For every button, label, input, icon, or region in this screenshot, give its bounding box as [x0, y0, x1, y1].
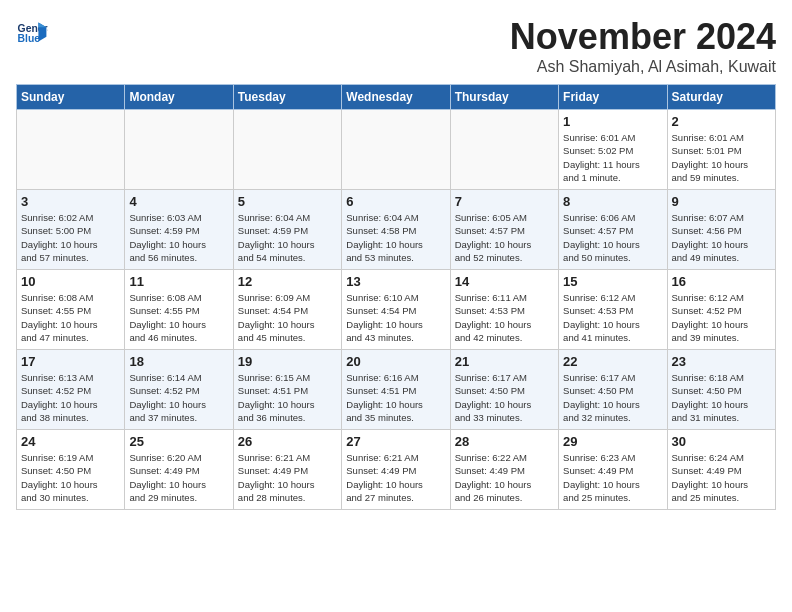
- day-info: Sunrise: 6:02 AM Sunset: 5:00 PM Dayligh…: [21, 211, 120, 264]
- calendar-cell: [342, 110, 450, 190]
- day-info: Sunrise: 6:10 AM Sunset: 4:54 PM Dayligh…: [346, 291, 445, 344]
- day-number: 30: [672, 434, 771, 449]
- day-info: Sunrise: 6:20 AM Sunset: 4:49 PM Dayligh…: [129, 451, 228, 504]
- weekday-header: Tuesday: [233, 85, 341, 110]
- logo-icon: General Blue: [16, 16, 48, 48]
- day-number: 3: [21, 194, 120, 209]
- day-info: Sunrise: 6:04 AM Sunset: 4:58 PM Dayligh…: [346, 211, 445, 264]
- day-info: Sunrise: 6:01 AM Sunset: 5:02 PM Dayligh…: [563, 131, 662, 184]
- calendar-table: SundayMondayTuesdayWednesdayThursdayFrid…: [16, 84, 776, 510]
- weekday-header: Wednesday: [342, 85, 450, 110]
- calendar-cell: [450, 110, 558, 190]
- day-info: Sunrise: 6:04 AM Sunset: 4:59 PM Dayligh…: [238, 211, 337, 264]
- day-number: 24: [21, 434, 120, 449]
- day-number: 14: [455, 274, 554, 289]
- day-info: Sunrise: 6:13 AM Sunset: 4:52 PM Dayligh…: [21, 371, 120, 424]
- day-number: 29: [563, 434, 662, 449]
- calendar-week-row: 3Sunrise: 6:02 AM Sunset: 5:00 PM Daylig…: [17, 190, 776, 270]
- day-number: 19: [238, 354, 337, 369]
- calendar-cell: 28Sunrise: 6:22 AM Sunset: 4:49 PM Dayli…: [450, 430, 558, 510]
- calendar-cell: [125, 110, 233, 190]
- day-info: Sunrise: 6:08 AM Sunset: 4:55 PM Dayligh…: [21, 291, 120, 344]
- day-number: 23: [672, 354, 771, 369]
- calendar-cell: 18Sunrise: 6:14 AM Sunset: 4:52 PM Dayli…: [125, 350, 233, 430]
- calendar-cell: 20Sunrise: 6:16 AM Sunset: 4:51 PM Dayli…: [342, 350, 450, 430]
- calendar-cell: 4Sunrise: 6:03 AM Sunset: 4:59 PM Daylig…: [125, 190, 233, 270]
- day-number: 28: [455, 434, 554, 449]
- calendar-cell: 22Sunrise: 6:17 AM Sunset: 4:50 PM Dayli…: [559, 350, 667, 430]
- day-info: Sunrise: 6:17 AM Sunset: 4:50 PM Dayligh…: [455, 371, 554, 424]
- day-number: 2: [672, 114, 771, 129]
- day-info: Sunrise: 6:15 AM Sunset: 4:51 PM Dayligh…: [238, 371, 337, 424]
- day-number: 21: [455, 354, 554, 369]
- day-info: Sunrise: 6:19 AM Sunset: 4:50 PM Dayligh…: [21, 451, 120, 504]
- calendar-week-row: 17Sunrise: 6:13 AM Sunset: 4:52 PM Dayli…: [17, 350, 776, 430]
- day-number: 10: [21, 274, 120, 289]
- calendar-cell: 14Sunrise: 6:11 AM Sunset: 4:53 PM Dayli…: [450, 270, 558, 350]
- day-number: 17: [21, 354, 120, 369]
- day-number: 18: [129, 354, 228, 369]
- calendar-cell: 1Sunrise: 6:01 AM Sunset: 5:02 PM Daylig…: [559, 110, 667, 190]
- calendar-cell: 2Sunrise: 6:01 AM Sunset: 5:01 PM Daylig…: [667, 110, 775, 190]
- day-info: Sunrise: 6:06 AM Sunset: 4:57 PM Dayligh…: [563, 211, 662, 264]
- day-info: Sunrise: 6:12 AM Sunset: 4:52 PM Dayligh…: [672, 291, 771, 344]
- day-number: 5: [238, 194, 337, 209]
- calendar-week-row: 1Sunrise: 6:01 AM Sunset: 5:02 PM Daylig…: [17, 110, 776, 190]
- calendar-cell: 3Sunrise: 6:02 AM Sunset: 5:00 PM Daylig…: [17, 190, 125, 270]
- day-info: Sunrise: 6:21 AM Sunset: 4:49 PM Dayligh…: [238, 451, 337, 504]
- day-info: Sunrise: 6:05 AM Sunset: 4:57 PM Dayligh…: [455, 211, 554, 264]
- page-header: General Blue November 2024 Ash Shamiyah,…: [16, 16, 776, 76]
- day-number: 11: [129, 274, 228, 289]
- calendar-cell: 8Sunrise: 6:06 AM Sunset: 4:57 PM Daylig…: [559, 190, 667, 270]
- day-number: 15: [563, 274, 662, 289]
- day-info: Sunrise: 6:03 AM Sunset: 4:59 PM Dayligh…: [129, 211, 228, 264]
- calendar-cell: 16Sunrise: 6:12 AM Sunset: 4:52 PM Dayli…: [667, 270, 775, 350]
- calendar-header-row: SundayMondayTuesdayWednesdayThursdayFrid…: [17, 85, 776, 110]
- weekday-header: Friday: [559, 85, 667, 110]
- day-number: 25: [129, 434, 228, 449]
- calendar-cell: 10Sunrise: 6:08 AM Sunset: 4:55 PM Dayli…: [17, 270, 125, 350]
- calendar-cell: 21Sunrise: 6:17 AM Sunset: 4:50 PM Dayli…: [450, 350, 558, 430]
- day-number: 20: [346, 354, 445, 369]
- day-info: Sunrise: 6:09 AM Sunset: 4:54 PM Dayligh…: [238, 291, 337, 344]
- calendar-cell: 13Sunrise: 6:10 AM Sunset: 4:54 PM Dayli…: [342, 270, 450, 350]
- day-info: Sunrise: 6:14 AM Sunset: 4:52 PM Dayligh…: [129, 371, 228, 424]
- calendar-cell: 27Sunrise: 6:21 AM Sunset: 4:49 PM Dayli…: [342, 430, 450, 510]
- calendar-cell: 29Sunrise: 6:23 AM Sunset: 4:49 PM Dayli…: [559, 430, 667, 510]
- day-info: Sunrise: 6:01 AM Sunset: 5:01 PM Dayligh…: [672, 131, 771, 184]
- svg-text:Blue: Blue: [18, 33, 41, 44]
- calendar-cell: 15Sunrise: 6:12 AM Sunset: 4:53 PM Dayli…: [559, 270, 667, 350]
- day-number: 6: [346, 194, 445, 209]
- weekday-header: Thursday: [450, 85, 558, 110]
- calendar-cell: 19Sunrise: 6:15 AM Sunset: 4:51 PM Dayli…: [233, 350, 341, 430]
- calendar-cell: [17, 110, 125, 190]
- day-info: Sunrise: 6:08 AM Sunset: 4:55 PM Dayligh…: [129, 291, 228, 344]
- calendar-cell: 25Sunrise: 6:20 AM Sunset: 4:49 PM Dayli…: [125, 430, 233, 510]
- day-info: Sunrise: 6:18 AM Sunset: 4:50 PM Dayligh…: [672, 371, 771, 424]
- weekday-header: Monday: [125, 85, 233, 110]
- day-number: 8: [563, 194, 662, 209]
- calendar-week-row: 24Sunrise: 6:19 AM Sunset: 4:50 PM Dayli…: [17, 430, 776, 510]
- day-number: 27: [346, 434, 445, 449]
- calendar-cell: 11Sunrise: 6:08 AM Sunset: 4:55 PM Dayli…: [125, 270, 233, 350]
- day-number: 1: [563, 114, 662, 129]
- weekday-header: Sunday: [17, 85, 125, 110]
- day-info: Sunrise: 6:17 AM Sunset: 4:50 PM Dayligh…: [563, 371, 662, 424]
- calendar-cell: 30Sunrise: 6:24 AM Sunset: 4:49 PM Dayli…: [667, 430, 775, 510]
- calendar-cell: 26Sunrise: 6:21 AM Sunset: 4:49 PM Dayli…: [233, 430, 341, 510]
- day-number: 16: [672, 274, 771, 289]
- day-number: 12: [238, 274, 337, 289]
- calendar-cell: 9Sunrise: 6:07 AM Sunset: 4:56 PM Daylig…: [667, 190, 775, 270]
- day-number: 4: [129, 194, 228, 209]
- location-title: Ash Shamiyah, Al Asimah, Kuwait: [510, 58, 776, 76]
- day-info: Sunrise: 6:16 AM Sunset: 4:51 PM Dayligh…: [346, 371, 445, 424]
- day-info: Sunrise: 6:22 AM Sunset: 4:49 PM Dayligh…: [455, 451, 554, 504]
- day-number: 7: [455, 194, 554, 209]
- calendar-cell: [233, 110, 341, 190]
- calendar-cell: 23Sunrise: 6:18 AM Sunset: 4:50 PM Dayli…: [667, 350, 775, 430]
- calendar-week-row: 10Sunrise: 6:08 AM Sunset: 4:55 PM Dayli…: [17, 270, 776, 350]
- day-info: Sunrise: 6:07 AM Sunset: 4:56 PM Dayligh…: [672, 211, 771, 264]
- calendar-cell: 12Sunrise: 6:09 AM Sunset: 4:54 PM Dayli…: [233, 270, 341, 350]
- day-number: 26: [238, 434, 337, 449]
- day-info: Sunrise: 6:23 AM Sunset: 4:49 PM Dayligh…: [563, 451, 662, 504]
